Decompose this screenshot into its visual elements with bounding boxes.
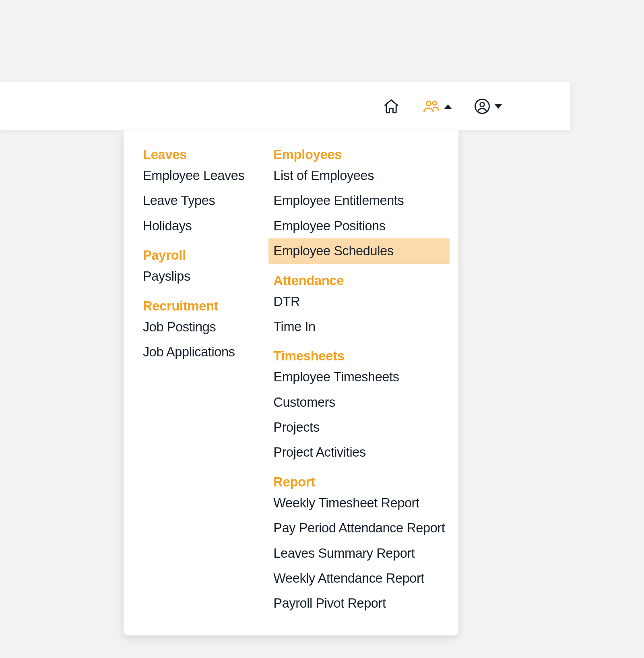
menu-item-list-of-employees[interactable]: List of Employees [273, 163, 450, 188]
menu-item-payslips[interactable]: Payslips [143, 264, 249, 289]
menu-section-header: Attendance [273, 273, 450, 288]
menu-section-header: Report [273, 475, 450, 490]
menu-section-header: Payroll [143, 248, 249, 263]
caret-up-icon [444, 104, 452, 109]
svg-point-3 [480, 102, 485, 107]
people-menu-button[interactable] [422, 98, 452, 115]
menu-item-customers[interactable]: Customers [273, 390, 450, 415]
svg-point-0 [426, 101, 431, 106]
mega-menu-dropdown: Leaves Employee Leaves Leave Types Holid… [124, 130, 458, 635]
menu-section-header: Recruitment [143, 299, 249, 314]
profile-menu-button[interactable] [474, 98, 502, 115]
user-circle-icon [474, 98, 491, 115]
menu-section-header: Leaves [143, 147, 249, 162]
menu-item-job-postings[interactable]: Job Postings [143, 315, 249, 339]
home-button[interactable] [383, 98, 400, 115]
menu-section-header: Employees [273, 147, 450, 162]
menu-item-payroll-pivot-report[interactable]: Payroll Pivot Report [273, 591, 450, 616]
menu-item-employee-entitlements[interactable]: Employee Entitlements [273, 188, 450, 213]
svg-point-1 [433, 101, 436, 105]
people-icon [422, 98, 440, 115]
menu-item-weekly-attendance-report[interactable]: Weekly Attendance Report [273, 566, 450, 591]
menu-item-pay-period-attendance-report[interactable]: Pay Period Attendance Report [273, 515, 450, 540]
menu-item-project-activities[interactable]: Project Activities [273, 440, 450, 465]
menu-item-weekly-timesheet-report[interactable]: Weekly Timesheet Report [273, 490, 450, 515]
menu-item-employee-leaves[interactable]: Employee Leaves [143, 163, 249, 188]
menu-item-job-applications[interactable]: Job Applications [143, 339, 249, 364]
topbar [0, 82, 570, 130]
menu-item-dtr[interactable]: DTR [273, 289, 450, 314]
menu-item-holidays[interactable]: Holidays [143, 213, 249, 238]
home-icon [383, 98, 400, 115]
menu-item-leaves-summary-report[interactable]: Leaves Summary Report [273, 541, 450, 566]
menu-column-right: Employees List of Employees Employee Ent… [273, 147, 450, 616]
menu-section-header: Timesheets [273, 349, 450, 364]
menu-item-time-in[interactable]: Time In [273, 314, 450, 339]
menu-column-left: Leaves Employee Leaves Leave Types Holid… [143, 147, 249, 616]
menu-item-employee-timesheets[interactable]: Employee Timesheets [273, 364, 450, 389]
menu-item-employee-positions[interactable]: Employee Positions [273, 213, 450, 238]
menu-item-employee-schedules[interactable]: Employee Schedules [268, 238, 450, 263]
caret-down-icon [495, 104, 502, 109]
menu-item-leave-types[interactable]: Leave Types [143, 188, 249, 213]
menu-item-projects[interactable]: Projects [273, 415, 450, 440]
